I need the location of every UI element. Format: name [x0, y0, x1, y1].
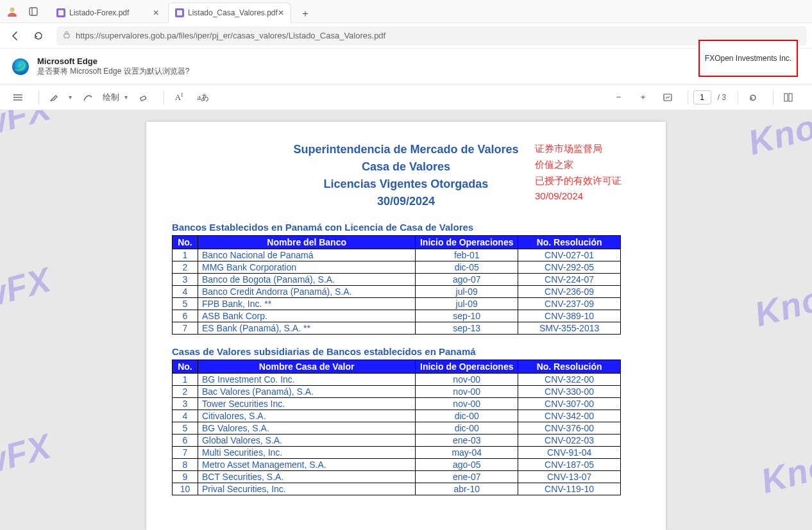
cell-name: MMG Bank Corporation — [198, 261, 415, 274]
cell-res: CNV-119-10 — [518, 483, 621, 495]
cell-no: 1 — [173, 374, 198, 386]
cell-no: 6 — [173, 310, 198, 322]
tab-listado-forex[interactable]: Listado-Forex.pdf ✕ — [50, 3, 165, 23]
pdf-page: 证券市场监督局 价值之家 已授予的有效许可证 30/09/2024 Superi… — [146, 122, 666, 530]
cell-op: sep-13 — [416, 322, 518, 335]
cell-name: Global Valores, S.A. — [198, 435, 415, 447]
url-text: https://supervalores.gob.pa/files/iper/p… — [76, 31, 385, 40]
cell-name: Tower Securities Inc. — [198, 398, 415, 410]
cell-res: SMV-355-2013 — [518, 322, 621, 335]
annotation-line: 30/09/2024 — [535, 188, 650, 204]
cell-op: jul-09 — [416, 298, 518, 310]
table-row: 10 Prival Securities, Inc. abr-10 CNV-11… — [173, 483, 621, 495]
cell-no: 3 — [173, 274, 198, 286]
back-button[interactable] — [5, 26, 26, 46]
table-row: 4 Banco Credit Andorra (Panamá), S.A. ju… — [173, 286, 621, 298]
cell-res: CNV-91-04 — [518, 447, 621, 459]
page-view-icon[interactable] — [779, 88, 798, 107]
col-no: No. — [173, 236, 198, 249]
cell-res: CNV-342-00 — [518, 410, 621, 422]
pdf-viewport[interactable]: KnowFX KnowFX KnowFX KnowFX KnowFX KnowF… — [0, 110, 812, 530]
cell-op: dic-00 — [416, 422, 518, 435]
svg-rect-7 — [64, 34, 69, 38]
close-icon[interactable]: ✕ — [153, 8, 159, 17]
svg-rect-4 — [58, 10, 63, 15]
refresh-button[interactable] — [28, 26, 49, 46]
cell-no: 2 — [173, 261, 198, 274]
col-no: No. — [173, 360, 198, 374]
cell-name: Banco Nacional de Panamá — [198, 249, 415, 261]
chevron-down-icon[interactable]: ▾ — [69, 94, 72, 101]
col-res: No. Resolución — [518, 360, 621, 374]
cell-op: dic-00 — [416, 410, 518, 422]
table-row: 3 Tower Securities Inc. nov-00 CNV-307-0… — [173, 398, 621, 410]
cell-res: CNV-237-09 — [518, 298, 621, 310]
cell-name: ES Bank (Panamá), S.A. ** — [198, 322, 415, 335]
profile-icon[interactable] — [6, 6, 18, 17]
tab-label: Listado_Casa_Valores.pdf — [188, 8, 278, 17]
cell-name: BG Valores, S.A. — [198, 422, 415, 435]
page-number-input[interactable] — [693, 90, 711, 104]
text-tool-icon[interactable]: AI — [169, 88, 189, 107]
section1-title: Bancos Establecidos en Panamá con Licenc… — [172, 222, 640, 233]
banner-title: Microsoft Edge — [37, 56, 189, 66]
read-aloud-icon[interactable]: aあ — [194, 88, 213, 107]
table-row: 1 Banco Nacional de Panamá feb-01 CNV-02… — [173, 249, 621, 261]
cell-op: nov-00 — [416, 398, 518, 410]
url-input[interactable]: https://supervalores.gob.pa/files/iper/p… — [56, 26, 807, 46]
annotation-line: 价值之家 — [535, 157, 650, 173]
new-tab-button[interactable]: ＋ — [296, 5, 314, 23]
svg-rect-1 — [30, 8, 37, 15]
cell-no: 5 — [173, 422, 198, 435]
cell-res: CNV-187-05 — [518, 459, 621, 471]
cell-res: CNV-236-09 — [518, 286, 621, 298]
cell-no: 3 — [173, 398, 198, 410]
cell-name: BCT Securities, S.A. — [198, 471, 415, 483]
section2-title: Casas de Valores subsidiarias de Bancos … — [172, 346, 640, 357]
watermark: KnowFX — [757, 426, 812, 501]
contents-icon[interactable] — [9, 88, 28, 107]
chevron-down-icon[interactable]: ▾ — [124, 94, 128, 101]
annotation-line: 已授予的有效许可证 — [535, 173, 650, 189]
cell-no: 9 — [173, 471, 198, 483]
cell-no: 8 — [173, 459, 198, 471]
cell-no: 10 — [173, 483, 198, 495]
draw-tool-icon[interactable] — [78, 88, 97, 107]
svg-rect-15 — [140, 95, 146, 101]
cell-name: Prival Securities, Inc. — [198, 483, 415, 495]
cell-name: Citivalores, S.A. — [198, 410, 415, 422]
cell-op: feb-01 — [416, 249, 518, 261]
tab-listado-casa-valores[interactable]: Listado_Casa_Valores.pdf ✕ — [168, 3, 291, 23]
zoom-out-button[interactable]: − — [609, 88, 629, 107]
svg-point-8 — [12, 58, 29, 75]
fit-page-icon[interactable] — [658, 88, 677, 107]
table-row: 8 Metro Asset Management, S.A. ago-05 CN… — [173, 459, 621, 471]
table-row: 4 Citivalores, S.A. dic-00 CNV-342-00 — [173, 410, 621, 422]
highlight-tool-icon[interactable] — [44, 88, 63, 107]
rotate-icon[interactable] — [743, 88, 763, 107]
cell-res: CNV-13-07 — [518, 471, 621, 483]
highlight-text: FXOpen Investments Inc. — [705, 54, 791, 63]
table-row: 9 BCT Securities, S.A. ene-07 CNV-13-07 — [173, 471, 621, 483]
zoom-in-button[interactable]: + — [634, 88, 653, 107]
cell-op: ago-07 — [416, 274, 518, 286]
divider — [773, 90, 774, 104]
cell-op: nov-00 — [416, 386, 518, 398]
watermark: KnowFX — [0, 110, 55, 163]
cell-res: CNV-292-05 — [518, 261, 621, 274]
cell-op: ene-03 — [416, 435, 518, 447]
cell-no: 6 — [173, 435, 198, 447]
erase-tool-icon[interactable] — [134, 88, 153, 107]
table-row: 6 ASB Bank Corp. sep-10 CNV-389-10 — [173, 310, 621, 322]
svg-rect-17 — [784, 94, 788, 101]
tab-actions-icon[interactable] — [24, 3, 42, 21]
cell-res: CNV-022-03 — [518, 435, 621, 447]
chinese-annotation: 证券市场监督局 价值之家 已授予的有效许可证 30/09/2024 — [535, 141, 650, 204]
close-icon[interactable]: ✕ — [278, 8, 284, 17]
cell-res: CNV-376-00 — [518, 422, 621, 435]
divider — [738, 90, 738, 104]
svg-point-0 — [10, 7, 15, 12]
annotation-line: 证券市场监督局 — [535, 141, 650, 157]
table-row: 5 FPB Bank, Inc. ** jul-09 CNV-237-09 — [173, 298, 621, 310]
cell-no: 4 — [173, 286, 198, 298]
